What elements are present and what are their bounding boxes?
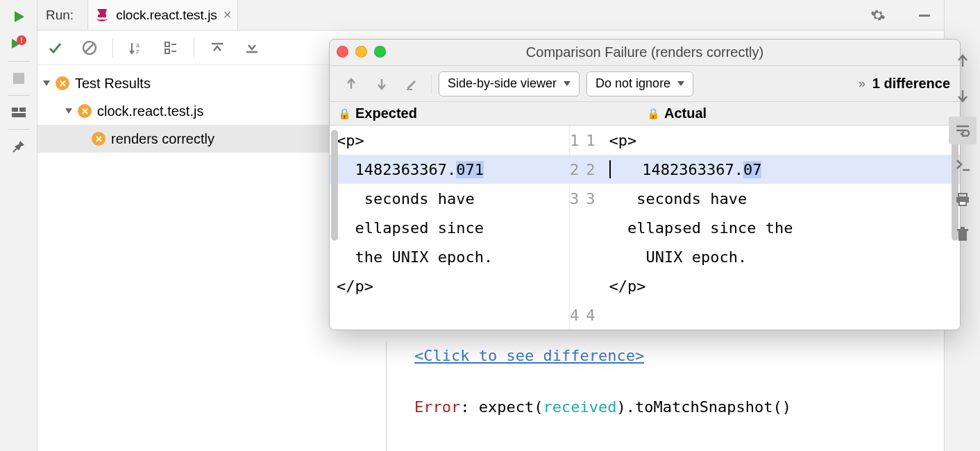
- scroll-to-end-button[interactable]: [949, 151, 977, 179]
- layout-button[interactable]: [5, 99, 33, 126]
- svg-rect-6: [19, 108, 26, 112]
- code-line: 1482363367.07: [602, 155, 961, 184]
- scroll-down-button[interactable]: [949, 82, 977, 110]
- console-text: ).toMatchSnapshot(): [616, 398, 791, 416]
- svg-rect-7: [12, 113, 26, 117]
- settings-button[interactable]: [858, 8, 898, 23]
- lock-icon: 🔒: [647, 108, 660, 120]
- viewer-mode-dropdown[interactable]: Side-by-side viewer: [439, 71, 580, 96]
- right-action-bar: [944, 0, 980, 451]
- close-icon[interactable]: ✕: [223, 8, 232, 22]
- print-button[interactable]: [949, 186, 977, 214]
- gear-icon: [870, 8, 886, 23]
- svg-line-8: [13, 148, 17, 152]
- code-line: ellapsed since: [330, 213, 569, 242]
- svg-line-13: [85, 44, 94, 52]
- actual-pane[interactable]: <p> 1482363367.07 seconds have ellapsed …: [602, 126, 961, 330]
- tree-suite-label: clock.react.test.js: [97, 103, 203, 119]
- code-line: </p>: [330, 271, 569, 300]
- code-line: seconds have: [602, 184, 961, 213]
- console-received: received: [543, 398, 616, 416]
- svg-rect-32: [959, 201, 966, 205]
- chevron-down-icon: [65, 108, 72, 114]
- minimize-icon: [918, 8, 931, 22]
- console-error-prefix: Error: [414, 398, 460, 416]
- svg-rect-33: [958, 231, 967, 241]
- run-button[interactable]: [5, 3, 33, 31]
- diff-headers: 🔒Expected 🔒Actual: [330, 102, 960, 126]
- svg-rect-17: [165, 42, 169, 46]
- svg-rect-19: [165, 49, 169, 53]
- svg-marker-0: [15, 11, 24, 22]
- status-failed-icon: ✕: [92, 132, 105, 146]
- expected-header: Expected: [355, 105, 417, 121]
- svg-rect-4: [13, 73, 24, 84]
- edit-button[interactable]: [400, 72, 424, 96]
- svg-text:z: z: [136, 48, 140, 55]
- show-ignored-toggle[interactable]: [78, 36, 101, 60]
- show-passed-toggle[interactable]: [43, 36, 67, 60]
- svg-text:!: !: [20, 37, 22, 44]
- tree-test-label: renders correctly: [111, 131, 214, 147]
- ignore-mode-label: Do not ignore: [595, 76, 670, 91]
- next-diff-button[interactable]: [370, 72, 394, 96]
- svg-point-10: [103, 14, 106, 17]
- svg-rect-5: [12, 108, 18, 112]
- diff-count: 1 difference: [872, 76, 950, 92]
- more-icon[interactable]: »: [859, 76, 865, 91]
- run-config-tab-label: clock.react.test.js: [116, 8, 217, 23]
- run-config-tab[interactable]: clock.react.test.js ✕: [87, 0, 238, 30]
- run-label: Run:: [44, 8, 81, 23]
- window-close-button[interactable]: [337, 46, 348, 58]
- code-line: UNIX epoch.: [602, 242, 961, 271]
- ignore-mode-dropdown[interactable]: Do not ignore: [586, 71, 693, 96]
- run-tab-bar: Run: clock.react.test.js ✕: [37, 0, 944, 31]
- chevron-down-icon: [564, 81, 571, 86]
- scrollbar[interactable]: [331, 130, 338, 241]
- code-line: </p>: [602, 271, 961, 300]
- svg-rect-11: [919, 15, 930, 17]
- status-failed-icon: ✕: [56, 76, 69, 90]
- soft-wrap-button[interactable]: [949, 117, 977, 144]
- window-controls: [337, 46, 386, 58]
- console-output: <Click to see difference> Error: expect(…: [386, 341, 944, 451]
- code-line: ellapsed since the: [602, 213, 961, 242]
- tree-root-label: Test Results: [75, 76, 151, 92]
- sort-button[interactable]: az: [124, 36, 148, 60]
- window-minimize-button[interactable]: [355, 46, 367, 58]
- gutter-right: 1 2 3 4: [586, 126, 602, 330]
- delete-button[interactable]: [949, 221, 977, 248]
- chevron-down-icon: [677, 81, 684, 86]
- pin-button[interactable]: [5, 133, 33, 160]
- collapse-up-button[interactable]: [205, 36, 229, 60]
- console-text: : expect(: [460, 398, 543, 416]
- cursor: [609, 160, 611, 178]
- dialog-titlebar[interactable]: Comparison Failure (renders correctly): [330, 40, 960, 66]
- see-difference-link[interactable]: <Click to see difference>: [414, 347, 644, 364]
- chevron-down-icon: [43, 80, 50, 86]
- diff-body: <p> 1482363367.071 seconds have ellapsed…: [330, 126, 960, 330]
- comparison-failure-dialog: Comparison Failure (renders correctly) S…: [329, 39, 961, 330]
- window-zoom-button[interactable]: [374, 46, 386, 58]
- status-failed-icon: ✕: [78, 104, 92, 118]
- svg-rect-35: [961, 227, 965, 229]
- hide-button[interactable]: [905, 8, 944, 22]
- svg-point-9: [98, 14, 101, 17]
- svg-rect-34: [957, 229, 968, 231]
- rerun-failed-button[interactable]: !: [5, 31, 33, 58]
- actual-header: Actual: [664, 105, 707, 121]
- stop-button[interactable]: [5, 65, 33, 92]
- expand-all-button[interactable]: [159, 36, 183, 60]
- lock-icon: 🔒: [338, 108, 351, 120]
- code-line: the UNIX epoch.: [330, 242, 569, 271]
- code-line: <p>: [330, 126, 569, 155]
- jest-icon: [94, 7, 110, 24]
- dialog-title: Comparison Failure (renders correctly): [526, 44, 763, 60]
- scroll-up-button[interactable]: [949, 47, 977, 75]
- left-action-bar: !: [0, 0, 37, 451]
- prev-diff-button[interactable]: [339, 72, 363, 96]
- code-line: seconds have: [330, 184, 569, 213]
- collapse-down-button[interactable]: [240, 36, 264, 60]
- dialog-toolbar: Side-by-side viewer Do not ignore » 1 di…: [330, 66, 960, 102]
- expected-pane[interactable]: <p> 1482363367.071 seconds have ellapsed…: [330, 126, 569, 330]
